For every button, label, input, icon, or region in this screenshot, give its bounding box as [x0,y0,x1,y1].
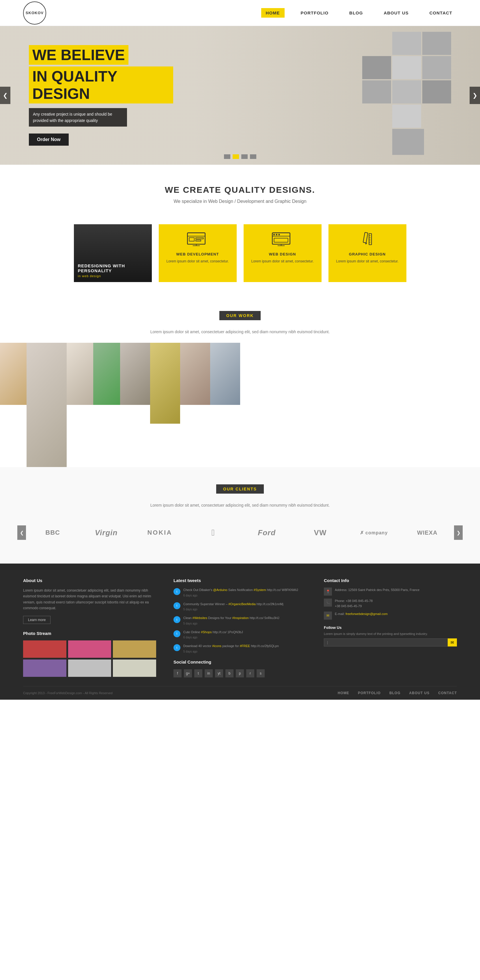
stream-photo-6[interactable] [113,660,156,677]
svg-rect-8 [272,233,290,244]
client-logo-nokia: NOKIA [133,526,187,539]
tweet-4: t Cute Online #Shops http://t.co/ 1PoQN3… [173,630,307,640]
footer-nav-contact[interactable]: CONTACT [438,691,457,695]
clients-label-wrap: OUR CLIENTS [0,473,480,500]
nav-portfolio[interactable]: PORTFOLIO [296,8,333,18]
social-blogger-icon[interactable]: b [225,669,233,678]
nav-contact[interactable]: CONTACT [425,8,457,18]
hero-dot-4[interactable] [250,154,256,159]
social-rss-icon[interactable]: r [246,669,254,678]
hero-photo-8 [422,80,451,103]
footer-nav-portfolio[interactable]: PORTFOLIO [358,691,381,695]
svg-rect-2 [189,237,194,241]
stream-photo-5[interactable] [68,660,111,677]
contact-address-text: Address: 12569 Saint Patrick des Prés, 5… [335,587,420,593]
clients-section: OUR CLIENTS Lorem ipsum dolor sit amet, … [0,467,480,563]
hero-dot-3[interactable] [241,154,248,159]
social-google-icon[interactable]: g+ [184,669,192,678]
clients-next-arrow[interactable]: ❯ [454,525,463,540]
footer-photo-stream-title: Photo Stream [23,631,156,636]
footer-nav: HOME PORTFOLIO BLOG ABOUT US CONTACT [338,691,457,695]
tweet-icon-5: t [173,644,181,651]
hero-content: WE BELIEVE IN QUALITY DESIGN Any creativ… [0,45,173,146]
nav-home[interactable]: HOME [261,8,285,18]
svg-rect-0 [187,233,205,244]
portfolio-item-5[interactable] [120,343,150,467]
portfolio-item-6[interactable] [150,343,180,467]
stream-photo-4[interactable] [23,660,67,677]
footer-nav-home[interactable]: HOME [338,691,349,695]
hero-photo-10 [392,129,424,155]
hero-cta-button[interactable]: Order Now [29,134,69,146]
social-twitter-icon[interactable]: t [194,669,202,678]
stream-photo-2[interactable] [68,640,111,658]
hero-dot-2[interactable] [233,154,239,159]
follow-us-title: Follow Us [324,625,457,630]
web-design-icon [271,231,294,248]
nav-blog[interactable]: BLOG [345,8,368,18]
our-work-desc: Lorem ipsum dolor sit amet, consectetuer… [0,326,480,343]
stream-photo-1[interactable] [23,640,67,658]
hero-dot-1[interactable] [224,154,230,159]
tweet-text-5: Download 40 vector #icons package for #F… [183,644,279,654]
portfolio-row-2 [120,343,240,467]
our-work-label: OUR WORK [219,311,261,320]
nav-about[interactable]: ABOUT US [379,8,413,18]
clients-prev-arrow[interactable]: ❮ [17,525,26,540]
hero-dots [224,154,256,159]
hero-prev-arrow[interactable]: ❮ [0,87,10,104]
hero-next-arrow[interactable]: ❯ [470,87,480,104]
footer-nav-blog[interactable]: BLOG [390,691,401,695]
hero-photo-3 [362,56,391,79]
portfolio-item-1[interactable] [0,343,27,467]
social-youtube-icon[interactable]: yt [215,669,223,678]
hero-photo-grid [362,32,451,152]
hero-title-line1: WE BELIEVE [29,45,128,65]
footer-about-title: About Us [23,578,156,583]
portfolio-item-4[interactable] [93,343,120,467]
service-card-webdesign: WEB DESIGN Lorem ipsum dolor sit amet, c… [244,224,322,282]
portfolio-item-7[interactable] [180,343,210,467]
tweet-icon-4: t [173,630,181,637]
client-logo-ford: Ford [240,525,293,540]
tweet-icon-1: t [173,588,181,595]
client-logo-vw: VW [293,525,347,540]
service-webdesign-desc: Lorem ipsum dolor sit amet, consectetur. [251,259,314,264]
footer-about-col: About Us Lorem ipsum dolor sit amet, con… [23,578,156,678]
contact-address-icon: 📍 [324,587,332,596]
portfolio-item-2[interactable] [27,343,67,467]
svg-point-12 [278,234,280,235]
svg-point-10 [273,234,274,235]
contact-email-icon: ✉ [324,611,332,620]
portfolio-item-8[interactable] [210,343,240,467]
logo[interactable]: SKOKOV [23,2,46,25]
tweet-5: t Download 40 vector #icons package for … [173,644,307,654]
footer-learn-more-button[interactable]: Learn more [23,616,51,624]
hero-subtitle: Any creative project is unique and shoul… [29,108,127,127]
tweet-text-2: Community Superstar Winner – #OrganicBee… [183,602,284,612]
footer-nav-about[interactable]: ABOUT US [409,691,430,695]
footer-copyright: Copyright 2013 - FreeForWebDesign.com - … [23,691,112,695]
social-pinterest-icon[interactable]: p [236,669,244,678]
footer-tweets-col: Latest tweets t Check Out Dibaker's @Ard… [173,578,307,678]
email-subscribe-input[interactable] [324,638,448,646]
hero-photo-9 [392,105,421,128]
footer: About Us Lorem ipsum dolor sit amet, con… [0,563,480,700]
service-redesign-label: REDESIGNING WITH PERSONALITY in web desi… [74,259,152,282]
social-share-icon[interactable]: s [257,669,265,678]
tweet-text-3: Clean #Websites Designs for Your #Inspir… [183,616,279,626]
services-section: REDESIGNING WITH PERSONALITY in web desi… [0,218,480,299]
social-linkedin-icon[interactable]: in [204,669,213,678]
social-facebook-icon[interactable]: f [173,669,182,678]
portfolio-item-3[interactable] [67,343,93,467]
service-graphic-desc: Lorem ipsum dolor sit amet, consectetur. [336,259,398,264]
svg-point-11 [276,234,277,235]
header: SKOKOV HOME PORTFOLIO BLOG ABOUT US CONT… [0,0,480,26]
hero-photo-2 [422,32,451,55]
our-clients-label: OUR CLIENTS [216,484,264,493]
follow-us-desc: Lorem ipsum is simply dummy text of the … [324,632,457,635]
stream-photo-3[interactable] [113,640,156,658]
email-subscribe-button[interactable]: ✉ [448,638,457,646]
svg-rect-4 [196,240,201,241]
hero-photo-6 [362,80,391,103]
